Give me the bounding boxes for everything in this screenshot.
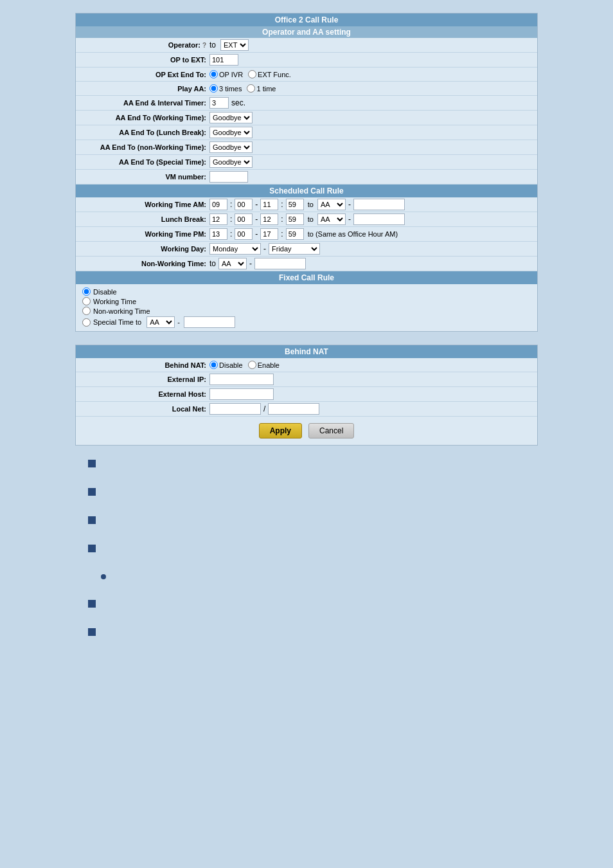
lunch-h1[interactable]: [209, 213, 227, 225]
fixed-special-row: Special Time to AAIVRVMEXT -: [82, 316, 531, 329]
nat-disable-radio[interactable]: [209, 361, 218, 369]
fixed-nonworking-row: Non-working Time: [82, 306, 531, 316]
bullet-square-7: [88, 628, 96, 636]
working-pm-h1[interactable]: [209, 228, 227, 240]
lunch-m2[interactable]: [286, 213, 304, 225]
aa-end-nonworking-row: AA End To (non-Working Time): GoodbyeHan…: [76, 140, 537, 155]
operator-label: Operator: ?: [81, 41, 209, 49]
play-aa-3times-radio[interactable]: [209, 84, 218, 93]
working-day-to-select[interactable]: FridayMondayTuesdayWednesdayThursdaySatu…: [269, 243, 320, 255]
local-net-mask-input[interactable]: [268, 403, 319, 415]
fixed-disable-row: Disable: [82, 287, 531, 296]
aa-interval-row: AA End & Interval Timer: sec.: [76, 96, 537, 111]
operator-aa-header: Operator and AA setting: [76, 26, 537, 38]
office2-panel: Office 2 Call Rule Operator and AA setti…: [75, 13, 538, 332]
fixed-special-dest-select[interactable]: AAIVRVMEXT: [147, 316, 175, 328]
op-ext-end-field: OP IVR EXT Func.: [209, 70, 532, 78]
fixed-special-dest-input[interactable]: [184, 316, 235, 328]
nat-radio-group: Disable Enable: [209, 361, 280, 369]
op-to-ext-field: [209, 54, 532, 66]
working-am-m2[interactable]: [286, 199, 304, 210]
aa-end-working-field: GoodbyeHangupVMAA: [209, 112, 532, 123]
play-aa-field: 3 times 1 time: [209, 84, 532, 93]
working-pm-h2[interactable]: [260, 228, 278, 240]
lunch-h2[interactable]: [260, 213, 278, 225]
aa-interval-label: AA End & Interval Timer:: [81, 99, 209, 107]
aa-end-special-select[interactable]: GoodbyeHangupVMAA: [209, 156, 253, 168]
lunch-m1[interactable]: [235, 213, 253, 225]
lunch-break-label: Lunch Break:: [81, 215, 209, 223]
nat-radio-row: Behind NAT: Disable Enable: [76, 358, 537, 372]
working-day-label: Working Day:: [81, 245, 209, 253]
non-working-dest-input[interactable]: [254, 258, 306, 269]
local-net-input[interactable]: [209, 403, 261, 415]
bullet-circle-5: [101, 574, 106, 579]
apply-button[interactable]: Apply: [259, 423, 302, 439]
ext-host-row: External Host:: [76, 387, 537, 402]
working-pm-label: Working Time PM:: [81, 230, 209, 238]
ext-ip-field: [209, 374, 532, 385]
non-working-label: Non-Working Time:: [81, 260, 209, 267]
non-working-row: Non-Working Time: to AAIVRVMEXT -: [76, 257, 537, 271]
non-working-dest-select[interactable]: AAIVRVMEXT: [218, 258, 247, 269]
working-pm-field: : - : to (Same as Office Hour AM): [209, 228, 532, 240]
bullet-square-3: [88, 516, 96, 524]
working-am-h2[interactable]: [260, 199, 278, 210]
working-pm-row: Working Time PM: : - : to (Same as Offic…: [76, 227, 537, 242]
ext-func-radio[interactable]: [248, 70, 256, 78]
working-am-h1[interactable]: [209, 199, 227, 210]
bullet-item-6: [88, 599, 525, 608]
aa-end-lunch-select[interactable]: GoodbyeHangupVMAA: [209, 127, 253, 138]
working-am-dest-input[interactable]: [353, 199, 405, 210]
aa-end-nonworking-select[interactable]: GoodbyeHangupVMAA: [209, 141, 253, 153]
office2-title: Office 2 Call Rule: [76, 14, 537, 26]
working-am-m1[interactable]: [235, 199, 253, 210]
local-net-label: Local Net:: [81, 405, 209, 413]
working-am-row: Working Time AM: : - : to AAIVRVMEXT -: [76, 197, 537, 212]
lunch-dest-select[interactable]: AAIVRVMEXT: [317, 213, 346, 225]
working-pm-m1[interactable]: [235, 228, 253, 240]
op-to-ext-input[interactable]: [209, 54, 238, 66]
ext-host-input[interactable]: [209, 388, 274, 400]
op-to-ext-label: OP to EXT:: [81, 56, 209, 64]
lunch-dest-input[interactable]: [353, 213, 405, 225]
lunch-break-field: : - : to AAIVRVMEXT -: [209, 213, 532, 225]
bullet-item-7: [88, 627, 525, 636]
vm-number-row: VM number:: [76, 170, 537, 185]
ext-host-label: External Host:: [81, 390, 209, 398]
vm-number-input[interactable]: [209, 171, 248, 183]
op-ext-end-radio: OP IVR EXT Func.: [209, 70, 291, 78]
nat-field: Disable Enable: [209, 361, 532, 369]
nat-enable-radio[interactable]: [248, 361, 256, 369]
working-pm-m2[interactable]: [286, 228, 304, 240]
nat-title: Behind NAT: [76, 345, 537, 358]
working-day-from-select[interactable]: MondayTuesdayWednesdayThursdayFridaySatu…: [209, 243, 261, 255]
cancel-button[interactable]: Cancel: [308, 423, 354, 439]
op-ext-end-label: OP Ext End To:: [81, 71, 209, 78]
fixed-disable-radio[interactable]: [82, 287, 91, 296]
operator-field: to EXT IVR AA: [209, 39, 532, 51]
aa-interval-input[interactable]: [209, 97, 229, 109]
fixed-working-radio[interactable]: [82, 297, 91, 305]
aa-end-lunch-label: AA End To (Lunch Break):: [81, 129, 209, 136]
working-am-field: : - : to AAIVRVMEXT -: [209, 199, 532, 210]
aa-end-working-select[interactable]: GoodbyeHangupVMAA: [209, 112, 253, 123]
operator-type-select[interactable]: EXT IVR AA: [220, 39, 249, 51]
op-ivr-radio[interactable]: [209, 70, 218, 78]
bullet-section: [75, 458, 538, 636]
ext-ip-input[interactable]: [209, 374, 274, 385]
play-aa-radio: 3 times 1 time: [209, 84, 276, 93]
bullet-square-6: [88, 600, 96, 608]
play-aa-1time-radio[interactable]: [247, 84, 255, 93]
ext-ip-row: External IP:: [76, 372, 537, 387]
op-to-ext-row: OP to EXT:: [76, 53, 537, 68]
fixed-special-radio[interactable]: [82, 318, 91, 327]
aa-end-special-row: AA End To (Special Time): GoodbyeHangupV…: [76, 155, 537, 170]
working-day-field: MondayTuesdayWednesdayThursdayFridaySatu…: [209, 243, 532, 255]
play-aa-label: Play AA:: [81, 85, 209, 93]
fixed-nonworking-radio[interactable]: [82, 307, 91, 315]
fixed-working-row: Working Time: [82, 296, 531, 306]
working-am-label: Working Time AM:: [81, 201, 209, 208]
working-am-dest-select[interactable]: AAIVRVMEXT: [317, 199, 346, 210]
nat-label: Behind NAT:: [81, 361, 209, 369]
